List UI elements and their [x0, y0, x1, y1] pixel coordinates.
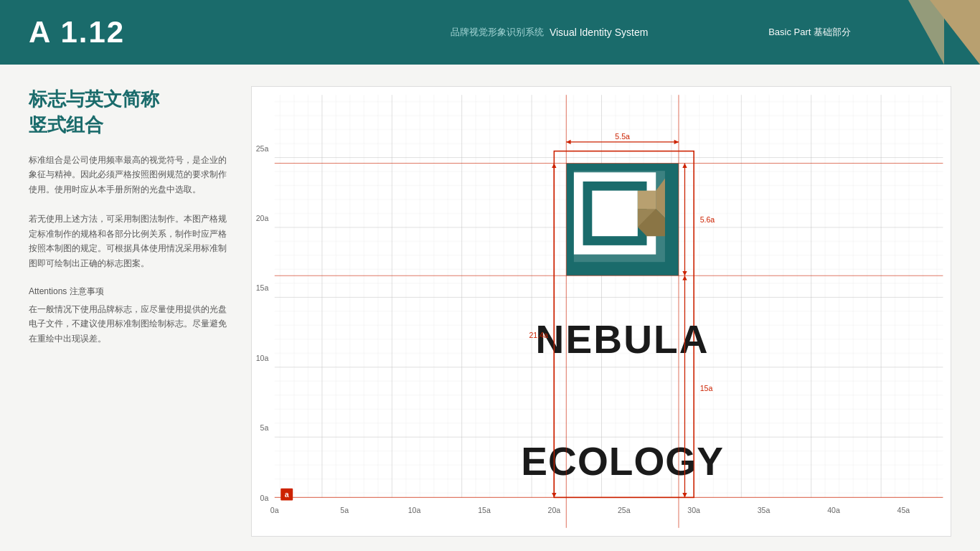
- left-panel: 标志与英文简称 竖式组合 标准组合是公司使用频率最高的视觉符号，是企业的象征与精…: [29, 86, 230, 537]
- svg-text:25a: 25a: [618, 506, 631, 514]
- svg-text:NEBULA: NEBULA: [536, 317, 710, 362]
- page-title: 标志与英文简称 竖式组合: [29, 86, 230, 138]
- svg-text:0a: 0a: [270, 506, 279, 514]
- svg-text:30a: 30a: [687, 506, 700, 514]
- svg-text:15a: 15a: [700, 384, 713, 392]
- corner-triangle-primary: [930, 0, 980, 65]
- title-line1: 标志与英文简称: [29, 88, 159, 110]
- svg-text:5.5a: 5.5a: [615, 132, 630, 141]
- page-number: A 1.12: [29, 15, 125, 50]
- svg-marker-25: [638, 191, 656, 209]
- svg-text:15a: 15a: [256, 283, 269, 292]
- svg-text:ECOLOGY: ECOLOGY: [521, 439, 724, 484]
- header-basic-part: Basic Part 基础部分: [768, 26, 851, 39]
- svg-rect-24: [592, 191, 638, 237]
- svg-text:40a: 40a: [827, 506, 840, 514]
- svg-text:5a: 5a: [340, 506, 349, 514]
- svg-text:45a: 45a: [897, 506, 910, 514]
- description-2: 若无使用上述方法，可采用制图法制作。本图产格规定标准制作的规格和各部分比例关系，…: [29, 212, 230, 271]
- attention-label: Attentions 注意事项: [29, 286, 230, 298]
- grid-diagram: 0a 5a 10a 15a 20a 25a 0a 5a 10a 15a 20a …: [251, 86, 951, 537]
- svg-text:5.6a: 5.6a: [700, 215, 715, 224]
- svg-rect-2: [275, 95, 943, 497]
- header-cn-title: 品牌视觉形象识别系统: [451, 26, 544, 39]
- header: A 1.12 品牌视觉形象识别系统 Visual Identity System…: [0, 0, 980, 65]
- main-content: 标志与英文简称 竖式组合 标准组合是公司使用频率最高的视觉符号，是企业的象征与精…: [0, 65, 980, 551]
- svg-text:20a: 20a: [256, 214, 269, 222]
- header-center: 品牌视觉形象识别系统 Visual Identity System: [451, 26, 648, 39]
- svg-text:10a: 10a: [256, 354, 269, 362]
- svg-text:0a: 0a: [260, 494, 269, 502]
- header-en-title: Visual Identity System: [550, 27, 648, 38]
- svg-text:21.4a: 21.4a: [529, 331, 548, 339]
- svg-text:35a: 35a: [758, 506, 771, 514]
- svg-text:25a: 25a: [256, 144, 269, 153]
- svg-text:10a: 10a: [408, 506, 421, 514]
- svg-text:15a: 15a: [478, 506, 491, 514]
- svg-text:5a: 5a: [260, 423, 269, 432]
- svg-text:20a: 20a: [548, 506, 561, 514]
- grid-svg: 0a 5a 10a 15a 20a 25a 0a 5a 10a 15a 20a …: [252, 87, 951, 536]
- attention-body: 在一般情况下使用品牌标志，应尽量使用提供的光盘电子文件，不建议使用标准制图绘制标…: [29, 302, 230, 347]
- corner-decoration: [894, 0, 980, 65]
- description-1: 标准组合是公司使用频率最高的视觉符号，是企业的象征与精神。因此必须严格按照图例规…: [29, 153, 230, 197]
- title-line2: 竖式组合: [29, 114, 103, 136]
